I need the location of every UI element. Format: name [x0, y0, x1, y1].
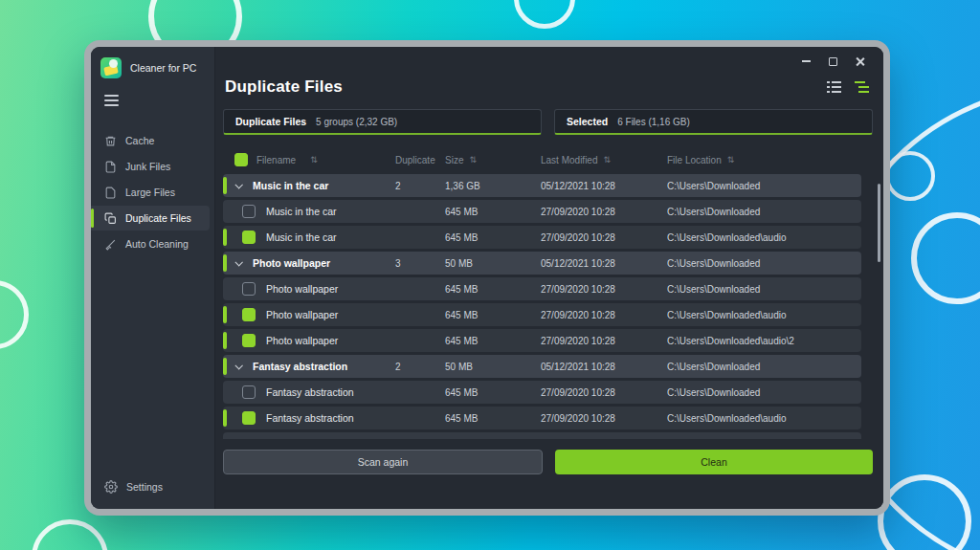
row-checkbox[interactable] [242, 231, 256, 244]
cell-size: 645 MB [445, 387, 541, 398]
cell-last-modified: 05/12/2021 10:28 [541, 181, 667, 191]
selection-bar [223, 254, 227, 272]
sidebar-item-settings[interactable]: Settings [91, 480, 214, 509]
table-row-file[interactable]: Fantasy abstraction645 MB27/09/2020 10:2… [223, 381, 861, 404]
table-row-file[interactable]: Music in the car645 MB27/09/2020 10:28C:… [223, 226, 861, 249]
sidebar-item-duplicate-files[interactable]: Duplicate Files [91, 206, 210, 231]
junk-file-icon [104, 161, 117, 173]
row-checkbox[interactable] [242, 385, 256, 399]
column-last-modified: Last Modified [541, 155, 597, 165]
maximize-icon [829, 57, 837, 66]
select-all-checkbox[interactable] [234, 153, 248, 166]
table-row-partial [223, 432, 861, 439]
selection-bar [223, 177, 227, 194]
grouped-view-icon[interactable] [855, 81, 869, 94]
selection-bar [223, 332, 227, 349]
file-name: Photo wallpaper [266, 335, 338, 346]
sidebar-item-large-files[interactable]: Large Files [91, 180, 210, 205]
scrollbar-thumb[interactable] [878, 184, 880, 262]
cell-duplicate: 2 [395, 181, 445, 191]
cell-last-modified: 27/09/2020 10:28 [541, 413, 667, 424]
table-row-file[interactable]: Photo wallpaper645 MB27/09/2020 10:28C:\… [223, 303, 861, 326]
table-row-file[interactable]: Photo wallpaper645 MB27/09/2020 10:28C:\… [223, 329, 861, 352]
cell-file-location: C:\Users\Downloaded\audio [667, 413, 861, 424]
cell-file-location: C:\Users\Downloaded [667, 181, 861, 191]
decorative-circle [32, 519, 108, 550]
cell-last-modified: 27/09/2020 10:28 [541, 232, 667, 243]
sidebar-item-label: Duplicate Files [125, 212, 191, 224]
table-row-group[interactable]: Fantasy abstraction250 MB05/12/2021 10:2… [223, 355, 861, 378]
duplicates-summary-value: 5 groups (2,32 GB) [316, 117, 397, 127]
group-name: Photo wallpaper [253, 257, 330, 269]
sort-icon[interactable]: ⇅ [469, 155, 477, 165]
row-checkbox[interactable] [242, 282, 256, 296]
table-row-group[interactable]: Photo wallpaper350 MB05/12/2021 10:28C:\… [223, 252, 861, 275]
hamburger-menu-icon[interactable] [104, 95, 119, 109]
cell-size: 645 MB [445, 310, 541, 320]
maximize-button[interactable] [819, 51, 846, 72]
cell-last-modified: 27/09/2020 10:28 [541, 284, 667, 295]
chevron-down-icon[interactable] [234, 258, 244, 268]
app-title: Cleaner for PC [130, 62, 196, 74]
table-row-file[interactable]: Music in the car645 MB27/09/2020 10:28C:… [223, 200, 861, 223]
sidebar-item-auto-cleaning[interactable]: Auto Cleaning [91, 231, 210, 256]
cell-file-location: C:\Users\Downloaded [667, 387, 861, 398]
sidebar-item-label: Auto Cleaning [125, 238, 189, 250]
cell-file-location: C:\Users\Downloaded [667, 284, 861, 295]
cell-file-location: C:\Users\Downloaded\audio\2 [667, 336, 861, 346]
scan-again-button[interactable]: Scan again [223, 450, 543, 474]
sidebar-item-cache[interactable]: Cache [91, 128, 210, 153]
row-checkbox[interactable] [242, 334, 256, 347]
cell-last-modified: 27/09/2020 10:28 [541, 387, 667, 398]
table-row-group[interactable]: Music in the car21,36 GB05/12/2021 10:28… [223, 174, 861, 197]
cell-last-modified: 27/09/2020 10:28 [541, 310, 667, 320]
list-view-icon[interactable] [827, 81, 841, 94]
sidebar-item-junk-files[interactable]: Junk Files [91, 154, 210, 179]
sidebar-nav: CacheJunk FilesLarge FilesDuplicate File… [91, 128, 214, 256]
broom-icon [104, 238, 117, 251]
file-name: Music in the car [266, 231, 337, 243]
sort-icon[interactable]: ⇅ [727, 155, 735, 165]
cell-size: 50 MB [445, 362, 541, 372]
group-name: Fantasy abstraction [253, 361, 347, 372]
main-panel: Duplicate Files [215, 47, 883, 509]
column-file-location: File Location [667, 155, 722, 165]
cell-file-location: C:\Users\Downloaded [667, 207, 861, 217]
cell-last-modified: 05/12/2021 10:28 [541, 362, 667, 372]
row-checkbox[interactable] [242, 308, 256, 321]
chevron-down-icon[interactable] [234, 362, 244, 371]
chevron-down-icon[interactable] [234, 181, 244, 190]
file-name: Photo wallpaper [266, 283, 338, 295]
clean-button[interactable]: Clean [555, 450, 873, 474]
column-size: Size [445, 155, 463, 165]
app-window-frame: Cleaner for PC CacheJunk FilesLarge File… [84, 40, 890, 516]
selected-summary-value: 6 Files (1,16 GB) [617, 117, 690, 127]
table-row-file[interactable]: Photo wallpaper645 MB27/09/2020 10:28C:\… [223, 277, 861, 300]
column-filename: Filename [256, 155, 296, 165]
close-button[interactable] [846, 51, 873, 72]
cell-size: 645 MB [445, 284, 541, 295]
file-icon [104, 187, 117, 199]
sidebar-item-label: Junk Files [125, 161, 170, 172]
cell-last-modified: 27/09/2020 10:28 [541, 336, 667, 346]
decorative-circle [514, 0, 575, 29]
row-checkbox[interactable] [242, 205, 256, 218]
minimize-button[interactable] [792, 51, 819, 72]
sidebar: Cleaner for PC CacheJunk FilesLarge File… [91, 47, 215, 509]
app-logo-icon [100, 57, 122, 78]
duplicates-summary-label: Duplicate Files [235, 116, 306, 127]
copy-icon [104, 212, 117, 225]
selection-bar [223, 306, 227, 323]
row-checkbox[interactable] [242, 411, 256, 425]
sort-icon[interactable]: ⇅ [310, 155, 318, 165]
app-header: Cleaner for PC [91, 47, 214, 87]
selection-bar [223, 358, 227, 375]
cell-file-location: C:\Users\Downloaded\audio [667, 232, 861, 243]
desktop-background: Cleaner for PC CacheJunk FilesLarge File… [0, 0, 980, 550]
table-row-file[interactable]: Fantasy abstraction645 MB27/09/2020 10:2… [223, 407, 861, 429]
file-name: Fantasy abstraction [266, 386, 354, 398]
cell-duplicate: 3 [395, 258, 445, 269]
selected-summary-label: Selected [567, 116, 608, 127]
sort-icon[interactable]: ⇅ [603, 155, 611, 165]
selection-bar [223, 229, 227, 246]
